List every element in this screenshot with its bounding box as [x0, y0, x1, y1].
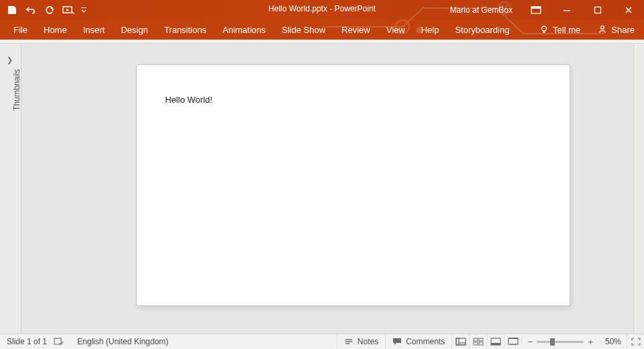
- normal-view-button[interactable]: [451, 334, 469, 350]
- maximize-button[interactable]: [582, 0, 613, 19]
- share-button[interactable]: Share: [588, 25, 644, 35]
- tell-me-button[interactable]: Tell me: [531, 25, 588, 35]
- comments-button[interactable]: Comments: [385, 334, 451, 350]
- tab-slideshow[interactable]: Slide Show: [274, 19, 333, 40]
- tab-label: Transitions: [164, 25, 207, 35]
- save-icon: [7, 5, 17, 15]
- tab-design[interactable]: Design: [113, 19, 156, 40]
- thumbnails-pane-collapsed[interactable]: ❯ Thumbnails: [0, 44, 21, 334]
- tell-me-label: Tell me: [553, 25, 580, 35]
- slideshow-icon: [508, 338, 519, 346]
- save-button[interactable]: [3, 0, 21, 19]
- minimize-button[interactable]: [551, 0, 582, 19]
- fit-to-window-button[interactable]: [627, 334, 644, 350]
- svg-rect-8: [595, 7, 601, 13]
- svg-rect-14: [459, 343, 466, 345]
- chevron-down-icon: [80, 7, 87, 13]
- tab-storyboarding[interactable]: Storyboarding: [447, 19, 517, 40]
- tab-label: Design: [121, 25, 148, 35]
- title-bar: Hello World.pptx - PowerPoint Mario at G…: [0, 0, 644, 19]
- tab-home[interactable]: Home: [36, 19, 75, 40]
- ribbon-display-options-button[interactable]: [521, 0, 551, 19]
- spellcheck-button[interactable]: [54, 334, 70, 350]
- zoom-percent[interactable]: 50%: [597, 337, 621, 346]
- svg-rect-21: [508, 338, 518, 344]
- chevron-right-icon: ❯: [7, 56, 13, 64]
- slide-counter[interactable]: Slide 1 of 1: [0, 334, 54, 350]
- slide-counter-text: Slide 1 of 1: [7, 337, 47, 346]
- language-text: English (United Kingdom): [77, 337, 168, 346]
- ribbon-display-icon: [531, 6, 541, 14]
- slide-canvas-area[interactable]: Hello World!: [21, 44, 644, 334]
- tab-view[interactable]: View: [378, 19, 413, 40]
- comments-label: Comments: [406, 337, 445, 346]
- tab-review[interactable]: Review: [333, 19, 378, 40]
- maximize-icon: [594, 6, 602, 14]
- quick-access-toolbar: [0, 0, 90, 19]
- slide-text: Hello World!: [165, 95, 213, 105]
- zoom-in-button[interactable]: +: [588, 337, 593, 347]
- svg-rect-6: [531, 7, 541, 9]
- zoom-control: − + 50%: [521, 336, 627, 347]
- ribbon-tabs: File Home Insert Design Transitions Anim…: [0, 19, 644, 40]
- zoom-out-button[interactable]: −: [527, 336, 533, 347]
- tab-transitions[interactable]: Transitions: [156, 19, 215, 40]
- workarea: ❯ Thumbnails Hello World!: [0, 44, 644, 334]
- reading-view-button[interactable]: [486, 334, 504, 350]
- redo-button[interactable]: [40, 0, 59, 19]
- tab-label: Slide Show: [282, 25, 325, 35]
- thumbnails-label: Thumbnails: [12, 69, 21, 111]
- tab-label: Animations: [223, 25, 266, 35]
- tab-file[interactable]: File: [5, 19, 36, 40]
- tab-label: Home: [44, 25, 67, 35]
- tab-label: View: [386, 25, 405, 35]
- slide-sorter-view-button[interactable]: [469, 334, 486, 350]
- notes-icon: [344, 338, 354, 346]
- vertical-scrollbar[interactable]: [633, 44, 644, 334]
- start-from-beginning-button[interactable]: [59, 0, 78, 19]
- normal-view-icon: [455, 338, 466, 346]
- svg-rect-20: [491, 343, 500, 345]
- tab-label: Storyboarding: [455, 25, 509, 35]
- redo-icon: [45, 5, 54, 15]
- tab-label: Review: [341, 25, 370, 35]
- tab-label: File: [13, 25, 28, 35]
- svg-point-9: [542, 26, 547, 31]
- reading-view-icon: [490, 338, 501, 346]
- slideshow-view-button[interactable]: [504, 334, 521, 350]
- svg-rect-15: [474, 338, 478, 341]
- comments-icon: [392, 338, 402, 346]
- svg-rect-16: [479, 338, 483, 341]
- language-button[interactable]: English (United Kingdom): [70, 334, 175, 350]
- status-bar: Slide 1 of 1 English (United Kingdom) No…: [0, 334, 644, 349]
- close-icon: [625, 6, 633, 14]
- tab-animations[interactable]: Animations: [215, 19, 274, 40]
- fit-to-window-icon: [631, 338, 641, 346]
- tab-insert[interactable]: Insert: [75, 19, 113, 40]
- notes-label: Notes: [358, 337, 378, 346]
- tab-label: Help: [421, 25, 439, 35]
- slide[interactable]: Hello World!: [137, 65, 570, 305]
- lightbulb-icon: [539, 25, 549, 34]
- signed-in-user[interactable]: Mario at GemBox: [442, 5, 521, 15]
- tab-label: Insert: [83, 25, 105, 35]
- svg-rect-12: [456, 338, 466, 345]
- tab-help[interactable]: Help: [413, 19, 447, 40]
- svg-rect-22: [508, 338, 518, 339]
- share-label: Share: [611, 25, 635, 35]
- qat-customize-button[interactable]: [78, 0, 90, 19]
- svg-rect-4: [81, 7, 87, 8]
- share-icon: [598, 25, 607, 34]
- close-button[interactable]: [613, 0, 644, 19]
- undo-icon: [25, 5, 36, 15]
- notes-button[interactable]: Notes: [337, 334, 385, 350]
- zoom-slider[interactable]: [537, 341, 584, 343]
- minimize-icon: [563, 6, 571, 14]
- presentation-icon: [62, 5, 74, 15]
- svg-point-10: [601, 26, 604, 30]
- slide-sorter-icon: [473, 338, 484, 346]
- undo-button[interactable]: [21, 0, 40, 19]
- spellcheck-icon: [54, 337, 64, 346]
- svg-rect-18: [479, 342, 483, 345]
- zoom-slider-thumb[interactable]: [550, 338, 555, 346]
